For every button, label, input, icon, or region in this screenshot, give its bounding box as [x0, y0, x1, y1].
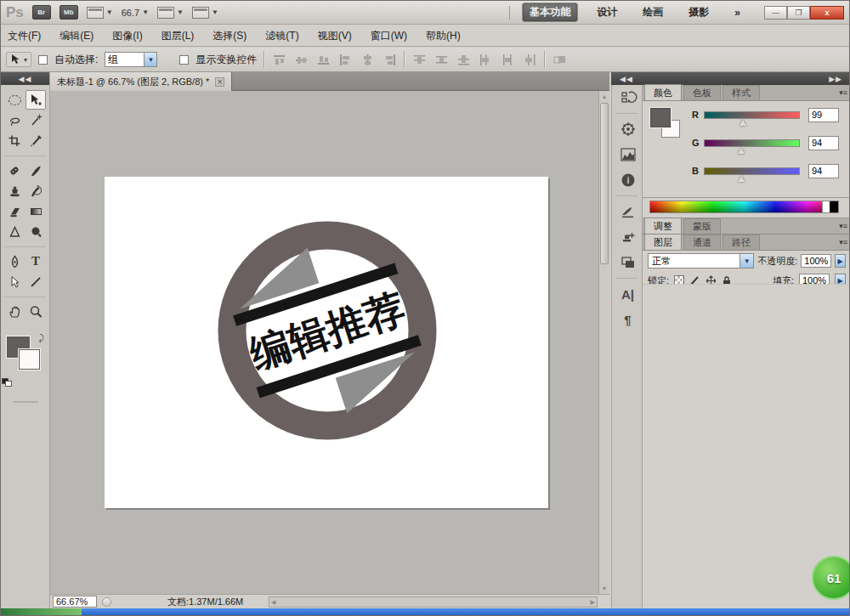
tab-layers[interactable]: 图层 [644, 234, 682, 250]
panel-menu-icon[interactable]: ▾≡ [839, 222, 847, 230]
restore-button[interactable]: ❐ [787, 6, 810, 20]
menu-help[interactable]: 帮助(H) [426, 29, 461, 43]
canvas-viewport[interactable]: 编辑推荐 [50, 91, 598, 594]
scroll-down-icon[interactable]: ▼ [599, 583, 609, 594]
red-channel-slider[interactable] [704, 111, 800, 119]
black-swatch[interactable] [830, 201, 838, 212]
move-tool-button[interactable] [26, 90, 46, 110]
quick-selection-tool-button[interactable] [26, 110, 46, 130]
history-brush-tool-button[interactable] [26, 181, 46, 201]
auto-select-dropdown[interactable]: 组 ▼ [105, 52, 157, 67]
histogram-panel-icon[interactable] [612, 142, 643, 167]
zoom-level-button[interactable]: 66.7 ▼ [122, 8, 149, 18]
healing-brush-tool-button[interactable] [4, 161, 25, 180]
panel-menu-icon[interactable]: ▾≡ [839, 238, 847, 246]
workspace-photography-button[interactable]: 摄影 [682, 3, 716, 21]
menu-filter[interactable]: 滤镜(T) [265, 29, 298, 43]
opacity-field[interactable]: 100% [801, 254, 831, 268]
pen-tool-button[interactable] [4, 251, 25, 271]
background-color-swatch[interactable] [19, 349, 40, 370]
show-transform-checkbox[interactable] [179, 55, 189, 65]
tab-styles[interactable]: 样式 [722, 85, 760, 100]
arrange-documents-button[interactable]: ▼ [87, 7, 113, 19]
scroll-right-icon[interactable]: ▶ [591, 597, 595, 608]
lasso-tool-button[interactable] [4, 110, 25, 130]
green-channel-slider[interactable] [704, 139, 800, 147]
horizontal-scrollbar[interactable]: ◀ ▶ [269, 596, 598, 608]
styles-wheel-panel-icon[interactable] [612, 116, 643, 142]
scroll-left-icon[interactable]: ◀ [271, 597, 275, 608]
foreground-color-swatch[interactable] [650, 108, 671, 127]
collapse-panels-icon[interactable]: ◀◀ [620, 75, 633, 83]
screen-mode-button[interactable]: ▼ [192, 7, 218, 19]
red-value-field[interactable]: 99 [808, 108, 839, 122]
menu-view[interactable]: 视图(V) [318, 29, 352, 43]
tab-masks[interactable]: 蒙版 [683, 218, 721, 234]
character-panel-icon[interactable]: A| [612, 281, 643, 307]
dodge-tool-button[interactable] [26, 222, 46, 241]
tab-close-icon[interactable]: × [215, 77, 224, 87]
eraser-tool-button[interactable] [4, 201, 25, 221]
bridge-button[interactable]: Br [32, 5, 51, 20]
info-panel-icon[interactable]: i [612, 167, 643, 193]
menu-edit[interactable]: 编辑(E) [60, 29, 94, 43]
hand-tool-button[interactable] [4, 302, 25, 321]
swap-colors-icon[interactable]: ⤸ [39, 333, 44, 343]
history-panel-icon[interactable] [612, 85, 643, 110]
green-slider-thumb[interactable] [738, 148, 745, 154]
brush-presets-panel-icon[interactable] [612, 199, 643, 224]
overlay-badge[interactable]: 61 [812, 556, 850, 600]
menu-window[interactable]: 窗口(W) [371, 29, 407, 43]
default-colors-icon[interactable] [2, 378, 12, 387]
menu-file[interactable]: 文件(F) [8, 29, 41, 43]
minimize-button[interactable]: — [764, 6, 787, 20]
red-slider-thumb[interactable] [740, 120, 746, 126]
vertical-scrollbar[interactable]: ▲ ▼ [598, 91, 609, 594]
auto-select-checkbox[interactable] [38, 55, 48, 65]
blur-tool-button[interactable] [4, 222, 25, 241]
panel-menu-icon[interactable]: ▾≡ [839, 88, 847, 97]
view-extras-button[interactable]: ▼ [157, 7, 184, 19]
blue-value-field[interactable]: 94 [808, 164, 839, 178]
tab-channels[interactable]: 通道 [683, 235, 721, 250]
workspace-essentials-button[interactable]: 基本功能 [522, 3, 578, 22]
blue-channel-slider[interactable] [704, 167, 800, 175]
green-value-field[interactable]: 94 [808, 136, 839, 150]
menu-layer[interactable]: 图层(L) [162, 29, 195, 43]
workspace-painting-button[interactable]: 绘画 [636, 3, 670, 21]
marquee-tool-button[interactable] [4, 90, 25, 110]
zoom-tool-button[interactable] [26, 302, 46, 321]
paragraph-panel-icon[interactable]: ¶ [612, 307, 643, 332]
zoom-percent-field[interactable]: 66.67% [53, 596, 97, 608]
tab-swatches[interactable]: 色板 [683, 85, 721, 100]
vertical-scrollbar-thumb[interactable] [600, 103, 609, 264]
expand-panels-icon[interactable]: ▶▶ [829, 75, 842, 83]
eyedropper-tool-button[interactable] [26, 131, 46, 150]
clone-stamp-tool-button[interactable] [4, 181, 25, 201]
blend-mode-dropdown[interactable]: 正常 ▼ [648, 253, 754, 268]
clone-source-panel-icon[interactable] [612, 224, 643, 250]
path-selection-tool-button[interactable] [4, 272, 25, 291]
scroll-up-icon[interactable]: ▲ [599, 91, 609, 102]
white-swatch[interactable] [822, 201, 830, 212]
brush-tool-button[interactable] [26, 161, 46, 180]
tab-adjustments[interactable]: 调整 [644, 218, 682, 234]
gradient-tool-button[interactable] [26, 201, 46, 221]
tab-color[interactable]: 颜色 [644, 84, 682, 100]
shape-tool-button[interactable] [26, 272, 46, 291]
opacity-slider-icon[interactable]: ▶ [835, 254, 846, 268]
mini-bridge-button[interactable]: Mb [60, 5, 78, 20]
menu-image[interactable]: 图像(I) [112, 29, 142, 43]
workspace-overflow-button[interactable]: » [728, 5, 747, 20]
layer-comps-panel-icon[interactable] [612, 250, 643, 275]
tab-paths[interactable]: 路径 [722, 235, 760, 250]
document-tab[interactable]: 未标题-1 @ 66.7% (图层 2, RGB/8) * × [50, 72, 232, 91]
workspace-design-button[interactable]: 设计 [590, 3, 624, 21]
blue-slider-thumb[interactable] [738, 176, 745, 182]
color-spectrum-ramp[interactable] [649, 201, 839, 213]
close-button[interactable]: x [810, 6, 844, 20]
type-tool-button[interactable]: T [26, 251, 46, 271]
tools-panel-collapse[interactable]: ◀◀ [1, 72, 49, 85]
move-tool-preset[interactable]: ▾ [6, 52, 31, 67]
menu-select[interactable]: 选择(S) [212, 29, 246, 43]
